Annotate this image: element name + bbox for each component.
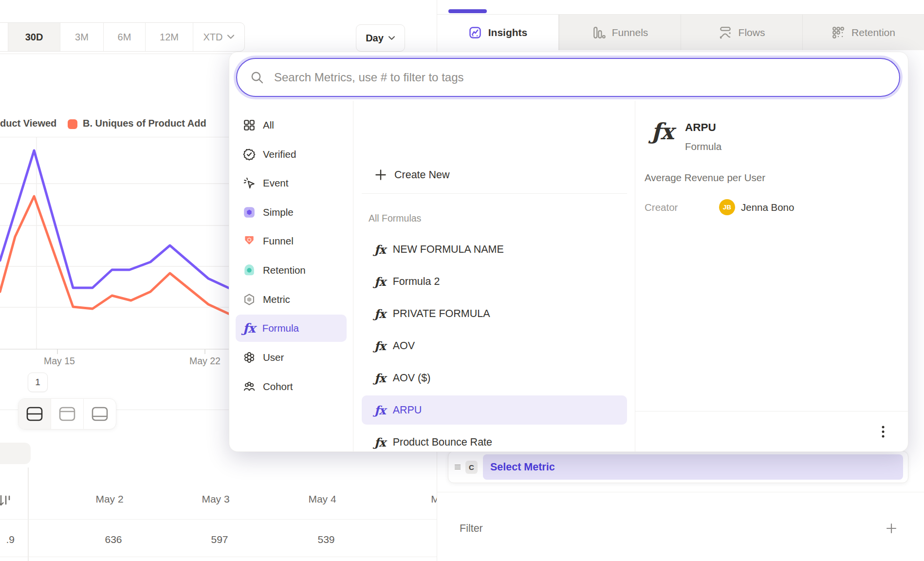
formula-item[interactable]: ƒxProduct Bounce Rate <box>362 428 627 452</box>
layout-chart-only-button[interactable] <box>51 399 83 429</box>
metric-row-card: C Select Metric <box>448 451 908 483</box>
time-range-3m-button[interactable]: 3M <box>60 23 103 51</box>
sidebar-item-label: All <box>263 119 274 131</box>
time-range-12m-button[interactable]: 12M <box>145 23 193 51</box>
sidebar-item-event[interactable]: Event <box>236 169 347 197</box>
creator-name: Jenna Bono <box>741 202 794 213</box>
time-range-cut-button[interactable] <box>0 23 8 51</box>
table-cell: 636 <box>82 534 145 545</box>
sidebar-item-metric[interactable]: Metric <box>236 286 347 313</box>
metric-hexagon-icon <box>243 293 256 306</box>
creator-label: Creator <box>645 202 678 213</box>
formula-item-label: Product Bounce Rate <box>393 436 492 449</box>
sidebar-item-label: User <box>263 352 284 363</box>
sidebar-item-simple[interactable]: Simple <box>236 199 347 226</box>
table-header[interactable]: May 2 <box>78 493 141 505</box>
formula-item-label: NEW FORMULA NAME <box>393 243 504 256</box>
metric-type-sidebar: All Verified Event Simple Funnel Retenti… <box>229 101 353 451</box>
legend-series-b-label[interactable]: B. Uniques of Product Add <box>83 118 206 129</box>
filter-section-label: Filter <box>460 523 483 535</box>
layout-split-view-button[interactable] <box>18 399 51 429</box>
formula-item[interactable]: ƒxAOV ($) <box>362 363 627 393</box>
sort-descending-icon[interactable] <box>0 493 12 509</box>
table-header[interactable]: May <box>409 493 437 505</box>
sidebar-item-cohort[interactable]: Cohort <box>236 373 347 400</box>
metric-picker-modal: All Verified Event Simple Funnel Retenti… <box>229 52 908 452</box>
detail-type: Formula <box>685 141 721 152</box>
tab-flows[interactable]: Flows <box>681 15 802 50</box>
add-filter-button[interactable] <box>885 522 898 535</box>
formula-item[interactable]: ƒxPRIVATE FORMULA <box>362 299 627 328</box>
sidebar-item-label: Cohort <box>263 381 293 393</box>
legend-series-a-label[interactable]: duct Viewed <box>0 118 56 129</box>
formula-icon: ƒx <box>374 339 386 353</box>
formula-item-arpu-selected[interactable]: ƒxARPU <box>362 395 627 425</box>
sidebar-item-label: Metric <box>263 294 290 305</box>
x-axis-label: May 22 <box>178 355 232 367</box>
formula-item-label: AOV <box>393 340 415 352</box>
grid-icon <box>243 119 256 131</box>
metric-detail-panel: ƒx ARPU Formula Average Revenue per User… <box>635 101 908 451</box>
search-input[interactable] <box>273 70 899 85</box>
table-tab-chip[interactable] <box>0 443 31 464</box>
select-metric-label: Select Metric <box>490 461 555 473</box>
formula-list-panel: Create New All Formulas ƒxNEW FORMULA NA… <box>353 101 635 451</box>
chevron-down-icon <box>388 36 395 41</box>
layout-table-only-button[interactable] <box>83 399 116 429</box>
sidebar-item-formula[interactable]: ƒx Formula <box>236 315 347 342</box>
table-cell: 59 <box>413 534 437 545</box>
tab-funnels-label: Funnels <box>612 27 648 38</box>
sidebar-item-retention[interactable]: Retention <box>236 257 347 284</box>
bottom-panel-icon <box>91 406 109 422</box>
create-new-button[interactable]: Create New <box>362 160 627 189</box>
simple-metric-icon <box>243 206 256 219</box>
table-header[interactable]: May 4 <box>291 493 354 505</box>
formula-icon: ƒx <box>243 321 255 336</box>
sidebar-item-verified[interactable]: Verified <box>236 141 347 168</box>
select-metric-button[interactable]: Select Metric <box>483 454 903 480</box>
formula-icon: ƒx <box>374 243 386 257</box>
sidebar-item-user[interactable]: User <box>236 344 347 371</box>
create-new-label: Create New <box>394 169 450 181</box>
drag-handle-icon[interactable] <box>454 464 461 470</box>
insights-icon <box>468 26 482 39</box>
chevron-down-icon <box>227 34 235 40</box>
sidebar-item-label: Verified <box>263 149 296 160</box>
more-options-button[interactable] <box>877 423 889 441</box>
tab-retention[interactable]: Retention <box>802 15 924 50</box>
divider <box>635 411 908 411</box>
detail-title: ARPU <box>685 121 716 134</box>
layout-toggle-group <box>18 398 116 430</box>
sidebar-item-funnel[interactable]: Funnel <box>236 227 347 255</box>
funnel-metric-icon <box>243 235 256 247</box>
time-range-30d-button[interactable]: 30D <box>8 23 60 51</box>
formula-icon: ƒx <box>651 118 673 145</box>
formula-icon: ƒx <box>374 403 386 417</box>
sidebar-item-label: Funnel <box>263 235 294 247</box>
time-range-xtd-button[interactable]: XTD <box>193 23 244 51</box>
formula-item-label: PRIVATE FORMULA <box>393 308 490 320</box>
page-number-chip[interactable]: 1 <box>28 373 48 392</box>
time-range-xtd-label: XTD <box>203 32 223 43</box>
divider <box>362 193 627 194</box>
active-tab-indicator <box>448 9 487 13</box>
granularity-dropdown[interactable]: Day <box>356 24 405 52</box>
report-tabbar: Insights Funnels Flows Retention <box>437 15 924 50</box>
flows-icon <box>719 26 732 39</box>
tab-funnels[interactable]: Funnels <box>559 15 681 50</box>
legend-series-b-swatch <box>68 119 77 129</box>
formula-item[interactable]: ƒxFormula 2 <box>362 267 627 296</box>
table-header[interactable]: May 3 <box>184 493 247 505</box>
formula-item[interactable]: ƒxNEW FORMULA NAME <box>362 235 627 264</box>
formula-icon: ƒx <box>374 307 386 321</box>
formula-item[interactable]: ƒxAOV <box>362 331 627 360</box>
formula-icon: ƒx <box>374 275 386 289</box>
sidebar-item-all[interactable]: All <box>236 112 347 139</box>
tab-insights[interactable]: Insights <box>437 15 559 50</box>
time-range-6m-button[interactable]: 6M <box>103 23 145 51</box>
divider <box>437 492 924 492</box>
sidebar-item-label: Event <box>263 177 288 189</box>
retention-icon <box>832 26 845 39</box>
time-range-group: 30D 3M 6M 12M XTD <box>0 22 245 52</box>
list-section-header: All Formulas <box>369 213 421 224</box>
